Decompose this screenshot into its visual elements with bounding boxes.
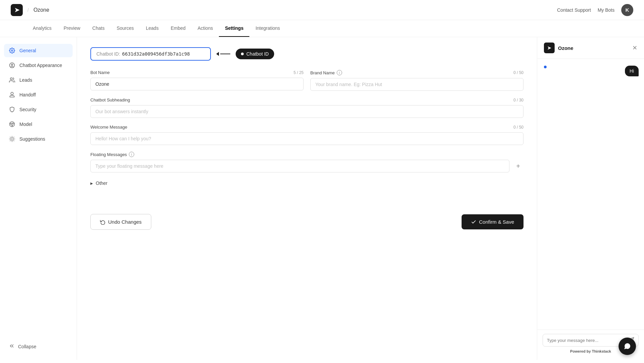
model-icon (9, 121, 15, 128)
subheading-header: Chatbot Subheading 0 / 30 (90, 97, 524, 102)
user-avatar[interactable]: K (621, 4, 633, 16)
preview-logo-icon: ➤ (544, 43, 555, 53)
undo-icon (100, 219, 105, 225)
floating-messages-info-icon[interactable]: i (129, 152, 134, 157)
topbar: ➤ / Ozone Contact Support My Bots K (0, 0, 644, 20)
preview-header-left: ➤ Ozone (544, 43, 573, 53)
sidebar-label-model: Model (19, 122, 32, 127)
topbar-separator: / (27, 7, 29, 13)
chatbot-id-value: 6631d32a009456df3b7a1c98 (122, 51, 190, 57)
sidebar-item-general[interactable]: General (4, 44, 73, 57)
leads-icon (9, 77, 15, 83)
sidebar-item-handoff[interactable]: Handoff (4, 88, 73, 101)
chat-fab-icon (623, 342, 631, 350)
sidebar-item-model[interactable]: Model (4, 118, 73, 131)
form-row-floating: Floating Messages i + (90, 152, 524, 172)
welcome-message-count: 0 / 50 (513, 125, 524, 130)
preview-close-button[interactable]: ✕ (632, 45, 637, 51)
nav-integrations[interactable]: Integrations (249, 20, 286, 37)
svg-point-9 (11, 138, 13, 140)
arrow-line (220, 54, 230, 54)
typing-dot-icon (544, 66, 547, 68)
nav-preview[interactable]: Preview (58, 20, 86, 37)
sidebar-items: General Chatbot Appearance (4, 44, 73, 146)
undo-button[interactable]: Undo Changes (90, 214, 151, 230)
nav-sources[interactable]: Sources (110, 20, 140, 37)
preview-body: Hi (537, 59, 644, 330)
brand-name-label: Brand Name i (310, 70, 342, 75)
brand-name-input[interactable] (310, 78, 524, 91)
suggestions-icon (9, 136, 15, 142)
main-layout: General Chatbot Appearance (0, 37, 644, 360)
nav-settings[interactable]: Settings (219, 20, 249, 37)
save-button[interactable]: Confirm & Save (462, 214, 524, 229)
other-section[interactable]: ▶ Other (90, 179, 524, 187)
sidebar-item-suggestions[interactable]: Suggestions (4, 132, 73, 146)
collapse-icon (9, 343, 15, 350)
top-nav: Analytics Preview Chats Sources Leads Em… (0, 20, 644, 37)
handoff-icon (9, 91, 15, 98)
nav-actions[interactable]: Actions (191, 20, 219, 37)
logo-icon[interactable]: ➤ (11, 4, 23, 16)
sidebar-item-chatbot-appearance[interactable]: Chatbot Appearance (4, 59, 73, 72)
bot-name-label: Bot Name (90, 70, 110, 75)
topbar-title: Ozone (33, 7, 49, 13)
subheading-label: Chatbot Subheading (90, 97, 130, 102)
gear-icon (9, 47, 15, 54)
chatbot-id-label: Chatbot ID: (96, 51, 120, 57)
preview-panel: ➤ Ozone ✕ Hi Powered by (537, 37, 644, 360)
svg-line-12 (10, 137, 10, 137)
appearance-icon (9, 62, 15, 69)
chatbot-id-badge: Chatbot ID (236, 49, 274, 59)
bot-typing-indicator (544, 66, 637, 68)
nav-chats[interactable]: Chats (86, 20, 111, 37)
bot-name-count: 5 / 25 (294, 70, 304, 75)
svg-line-17 (14, 137, 14, 137)
welcome-message-input[interactable] (90, 132, 524, 145)
action-bar: Undo Changes Confirm & Save (90, 207, 524, 230)
welcome-message-header: Welcome Message 0 / 50 (90, 125, 524, 130)
brand-name-header: Brand Name i 0 / 50 (310, 70, 524, 75)
topbar-left: ➤ / Ozone (11, 4, 49, 16)
topbar-right: Contact Support My Bots K (557, 4, 633, 16)
form-row-subheading: Chatbot Subheading 0 / 30 (90, 97, 524, 118)
floating-add-button[interactable]: + (513, 161, 524, 171)
floating-messages-label: Floating Messages i (90, 152, 134, 157)
subheading-group: Chatbot Subheading 0 / 30 (90, 97, 524, 118)
brand-name-group: Brand Name i 0 / 50 (310, 70, 524, 91)
nav-embed[interactable]: Embed (165, 20, 191, 37)
hi-bubble: Hi (625, 66, 639, 76)
collapse-label: Collapse (18, 344, 36, 349)
sidebar-label-suggestions: Suggestions (19, 136, 45, 142)
welcome-message-group: Welcome Message 0 / 50 (90, 125, 524, 145)
preview-message-input[interactable] (547, 338, 626, 343)
floating-message-input[interactable] (90, 160, 509, 172)
bot-name-input[interactable] (90, 78, 304, 90)
svg-line-13 (14, 141, 14, 141)
other-label: Other (96, 180, 107, 186)
floating-input-row: + (90, 160, 524, 172)
chatbot-id-box[interactable]: Chatbot ID: 6631d32a009456df3b7a1c98 (90, 47, 211, 61)
sidebar-item-leads[interactable]: Leads (4, 73, 73, 87)
brand-name-info-icon[interactable]: i (337, 70, 342, 75)
sidebar-collapse[interactable]: Collapse (4, 340, 73, 353)
brand-name-count: 0 / 50 (513, 70, 524, 75)
nav-leads[interactable]: Leads (140, 20, 165, 37)
form-row-welcome: Welcome Message 0 / 50 (90, 125, 524, 145)
sidebar: General Chatbot Appearance (0, 37, 77, 360)
badge-text: Chatbot ID (246, 51, 269, 57)
chatbot-id-row: Chatbot ID: 6631d32a009456df3b7a1c98 Cha… (90, 47, 524, 61)
nav-analytics[interactable]: Analytics (27, 20, 58, 37)
floating-messages-group: Floating Messages i + (90, 152, 524, 172)
badge-dot-icon (241, 53, 244, 55)
sidebar-label-appearance: Chatbot Appearance (19, 63, 62, 68)
preview-title: Ozone (558, 45, 573, 51)
my-bots-link[interactable]: My Bots (597, 7, 615, 13)
subheading-input[interactable] (90, 105, 524, 118)
subheading-count: 0 / 30 (513, 98, 524, 102)
chat-fab-button[interactable] (619, 338, 636, 355)
security-icon (9, 106, 15, 113)
arrow-head-icon (216, 52, 219, 56)
sidebar-item-security[interactable]: Security (4, 103, 73, 116)
contact-support-link[interactable]: Contact Support (557, 7, 591, 13)
